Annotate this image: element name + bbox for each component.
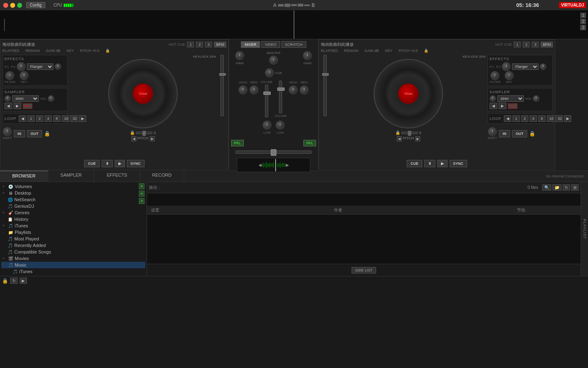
pitch-up-left[interactable]: ▶ xyxy=(150,136,155,141)
pitch-up-right[interactable]: ▶ xyxy=(415,136,420,141)
fx-select-right[interactable]: Flanger xyxy=(512,63,539,70)
sampler-select-left[interactable]: siren xyxy=(12,95,39,102)
loop-next-right[interactable]: ▶ xyxy=(564,115,571,122)
path-input[interactable] xyxy=(163,185,528,190)
refresh-bottom-btn[interactable]: ↻ xyxy=(10,278,18,284)
track-num-3[interactable]: 3 xyxy=(580,25,586,30)
sampler-select-right[interactable]: siren xyxy=(497,95,524,102)
side-list-btn[interactable]: SIDE LIST xyxy=(352,267,376,274)
sidebar-item-netsearch[interactable]: 🌐 NetSearch xyxy=(6,196,145,203)
med-left-knob[interactable] xyxy=(249,85,258,94)
sampler-knob-left[interactable] xyxy=(4,95,11,102)
in-btn-left[interactable]: IN xyxy=(14,130,25,137)
hot-cue-left-1[interactable]: 1 xyxy=(187,42,194,47)
hot-cue-right-2[interactable]: 2 xyxy=(523,42,530,47)
sidebar-item-genres[interactable]: + 🎸 Genres xyxy=(1,209,145,216)
hot-cue-right-3[interactable]: 3 xyxy=(532,42,539,47)
high-left-knob[interactable] xyxy=(238,85,247,94)
hot-cue-left-3[interactable]: 3 xyxy=(205,42,212,47)
cue-btn-left[interactable]: CUE xyxy=(84,160,99,167)
minimize-button[interactable] xyxy=(10,3,15,8)
loop-2-right[interactable]: 2 xyxy=(521,115,528,122)
track-num-2[interactable]: 2 xyxy=(580,19,586,24)
turntable-right[interactable]: TITAN xyxy=(374,59,443,128)
hot-cue-right-1[interactable]: 1 xyxy=(514,42,521,47)
folder-icon-btn[interactable]: 📁 xyxy=(552,184,561,191)
sync-btn-right[interactable]: SYNC xyxy=(450,160,467,167)
vol-fader-left[interactable]: VOLUME xyxy=(261,81,273,117)
sync-btn-left[interactable]: SYNC xyxy=(127,160,145,167)
loop-16-right[interactable]: 16 xyxy=(547,115,554,122)
center-bars[interactable] xyxy=(278,4,310,7)
sidebar-item-recently-added[interactable]: 🎵 Recently Added xyxy=(6,242,145,249)
tab-sampler[interactable]: SAMPLER xyxy=(48,171,95,182)
sampler-knob-right[interactable] xyxy=(490,95,496,102)
sidebar-item-volumes[interactable]: + 💿 Volumes xyxy=(1,183,145,190)
fx-select-left[interactable]: Flanger xyxy=(27,63,53,70)
sidebar-item-most-played[interactable]: 🎵 Most Played xyxy=(6,236,145,242)
transport-play-left[interactable]: ▶ xyxy=(13,103,21,109)
pfl-left-btn[interactable]: PFL xyxy=(231,140,244,146)
loop-16-left[interactable]: 16 xyxy=(62,115,69,122)
key-knob-left[interactable] xyxy=(20,71,29,80)
filter-knob-left[interactable] xyxy=(5,71,14,80)
pause-btn-right[interactable]: ⏸ xyxy=(424,160,435,167)
sampler-vol-right[interactable] xyxy=(533,95,539,102)
arrow-bottom-btn[interactable]: ▶ xyxy=(20,278,27,284)
sidebar-item-history[interactable]: 📋 History xyxy=(6,216,145,222)
cue-knob[interactable] xyxy=(265,68,274,77)
tab-browser[interactable]: BROWSER xyxy=(0,171,48,182)
config-button[interactable]: Config xyxy=(26,2,45,8)
gain-right-knob[interactable] xyxy=(303,51,312,60)
fx-knob-right[interactable] xyxy=(502,62,511,71)
out-btn-right[interactable]: OUT xyxy=(512,130,527,137)
track-num-1[interactable]: 1 xyxy=(580,13,586,18)
med-right-knob[interactable] xyxy=(300,85,309,94)
fx-vol-left[interactable] xyxy=(55,63,61,70)
maximize-button[interactable] xyxy=(17,3,22,8)
sidebar-item-itunes-main[interactable]: + 🎵 iTunes xyxy=(1,222,145,229)
rec-btn-left[interactable]: REC xyxy=(22,103,33,109)
search-icon-btn[interactable]: 🔍 xyxy=(542,184,551,191)
sidebar-item-itunes-sub[interactable]: 🎵 iTunes xyxy=(11,268,145,275)
low-right-knob[interactable] xyxy=(276,121,285,130)
low-left-knob[interactable] xyxy=(263,121,272,130)
sampler-vol-left[interactable] xyxy=(48,95,54,102)
refresh-icon-btn[interactable]: ↻ xyxy=(563,184,570,191)
loop-4-left[interactable]: 4 xyxy=(45,115,52,122)
loop-32-right[interactable]: 32 xyxy=(555,115,563,122)
wm-left-arrow[interactable]: ◀ xyxy=(258,163,262,167)
add-btn-2[interactable]: + xyxy=(139,191,145,197)
tab-record[interactable]: RECORD xyxy=(140,171,185,182)
turntable-left[interactable]: TITAN xyxy=(108,59,178,128)
play-btn-left[interactable]: ▶ xyxy=(115,160,125,167)
add-btn-3[interactable]: + xyxy=(139,198,145,204)
fx-vol-right[interactable] xyxy=(540,63,546,70)
sidebar-item-movies[interactable]: + 🎬 Movies xyxy=(1,255,145,262)
pfl-right-btn[interactable]: PFL xyxy=(303,140,316,146)
shift-knob-right[interactable] xyxy=(488,127,497,136)
hot-cue-left-2[interactable]: 2 xyxy=(196,42,203,47)
pitch-down-left[interactable]: ◀ xyxy=(131,136,136,141)
gain-left-knob[interactable] xyxy=(235,51,244,60)
in-btn-right[interactable]: IN xyxy=(499,130,510,137)
sidebar-item-playlists[interactable]: - 📁 Playlists xyxy=(1,229,145,236)
tab-effects[interactable]: EFFECTS xyxy=(94,171,140,182)
sidebar-item-desktop[interactable]: + 🖥 Desktop xyxy=(1,190,145,196)
loop-prev-right[interactable]: ◀ xyxy=(504,115,511,122)
loop-4-right[interactable]: 4 xyxy=(530,115,537,122)
play-btn-right[interactable]: ▶ xyxy=(437,160,448,167)
transport-prev-right[interactable]: ◀ xyxy=(490,103,497,109)
loop-2-left[interactable]: 2 xyxy=(36,115,43,122)
shift-knob-left[interactable] xyxy=(3,127,12,136)
vol-fader-right[interactable]: VOLUME xyxy=(275,81,287,117)
transport-play-right[interactable]: ▶ xyxy=(499,103,506,109)
pause-btn-left[interactable]: ⏸ xyxy=(102,160,113,167)
crossfader-track[interactable] xyxy=(235,150,312,154)
high-right-knob[interactable] xyxy=(289,85,298,94)
tab-scratch[interactable]: SCRATCH xyxy=(281,41,306,48)
loop-8-left[interactable]: 8 xyxy=(53,115,60,122)
loop-1-right[interactable]: 1 xyxy=(512,115,520,122)
cue-btn-right[interactable]: CUE xyxy=(407,160,422,167)
add-btn-1[interactable]: + xyxy=(139,183,145,189)
